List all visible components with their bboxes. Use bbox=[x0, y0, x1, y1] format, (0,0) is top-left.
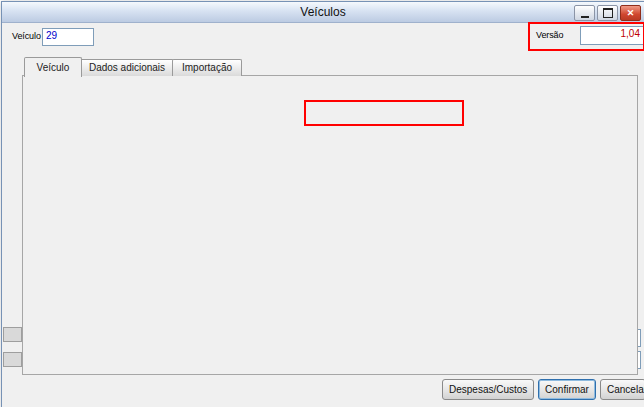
minimize-button[interactable] bbox=[574, 5, 595, 21]
cancelar-button[interactable]: Cancelar bbox=[600, 379, 644, 400]
label-veiculo-header: Veículo bbox=[12, 28, 41, 44]
tab-importacao[interactable]: Importação bbox=[172, 59, 242, 76]
edge-chip-top bbox=[3, 327, 22, 342]
tab-page-veiculo bbox=[22, 75, 638, 375]
close-button[interactable]: ✕ bbox=[620, 5, 641, 21]
title-bar[interactable]: Veículos ✕ bbox=[2, 2, 644, 23]
confirmar-button[interactable]: Confirmar bbox=[538, 379, 596, 400]
maximize-button[interactable] bbox=[597, 5, 618, 21]
window-controls: ✕ bbox=[574, 5, 641, 21]
version-field: 1,04 bbox=[580, 26, 644, 45]
label-versao: Versão bbox=[536, 27, 563, 43]
edge-chip-bottom bbox=[3, 352, 22, 367]
vehicles-window: Veículos ✕ Veículo 29 Versão 1,04 Veícul… bbox=[1, 1, 644, 407]
tab-veiculo[interactable]: Veículo bbox=[24, 57, 82, 77]
window-title: Veículos bbox=[2, 5, 644, 19]
vehicle-number-field[interactable]: 29 bbox=[42, 28, 94, 46]
tab-dados-adicionais[interactable]: Dados adicionais bbox=[80, 59, 174, 76]
screen: Veículos ✕ Veículo 29 Versão 1,04 Veícul… bbox=[0, 0, 644, 407]
minimize-icon bbox=[581, 16, 589, 18]
maximize-icon bbox=[603, 8, 613, 18]
despesas-custos-button[interactable]: Despesas/Custos bbox=[442, 379, 534, 400]
close-icon: ✕ bbox=[627, 8, 635, 18]
